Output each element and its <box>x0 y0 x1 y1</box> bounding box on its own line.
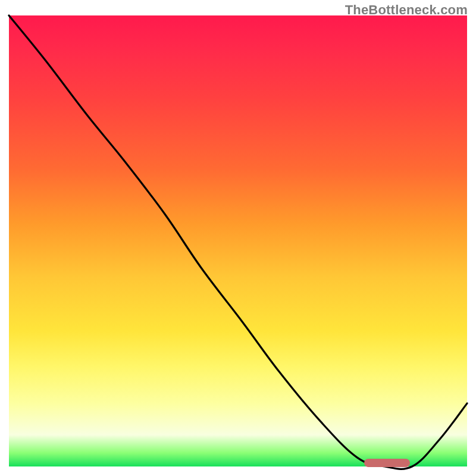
plot-area <box>9 15 467 466</box>
watermark-text: TheBottleneck.com <box>345 2 468 18</box>
bottleneck-curve <box>9 15 467 466</box>
optimal-interval-marker <box>364 459 410 467</box>
